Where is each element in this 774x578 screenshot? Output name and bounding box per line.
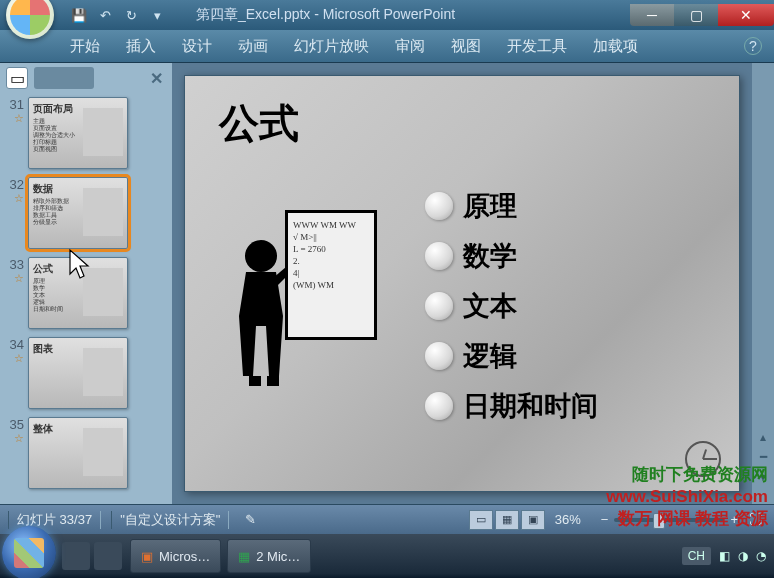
svg-rect-2 [267,376,279,386]
slideshow-view-button[interactable]: ▣ [521,510,545,530]
excel-icon: ▦ [238,549,250,564]
sorter-view-button[interactable]: ▦ [495,510,519,530]
quick-access-toolbar: 💾 ↶ ↻ ▾ [70,6,166,24]
powerpoint-icon: ▣ [141,549,153,564]
slide-thumbnail[interactable]: 整体 [28,417,128,489]
thumb-number: 35☆ [4,417,28,489]
zoom-in-button[interactable]: + [730,512,738,527]
next-slide-icon[interactable]: ▾ [760,470,766,484]
prev-slide-icon[interactable]: ▴ [760,430,766,444]
tab-slideshow[interactable]: 幻灯片放映 [294,37,369,56]
bullet-text: 逻辑 [463,338,517,374]
fit-to-window-button[interactable]: ⛶ [744,510,766,530]
taskbar: ▣ Micros… ▦ 2 Mic… CH ◧ ◑ ◔ [0,534,774,578]
undo-icon[interactable]: ↶ [96,6,114,24]
slides-tab[interactable] [34,67,94,89]
thumb-number: 32☆ [4,177,28,249]
taskbar-item-excel[interactable]: ▦ 2 Mic… [227,539,311,573]
tab-design[interactable]: 设计 [182,37,212,56]
slide-canvas[interactable]: 公式 WWW WM WW√ M>||L = 27602.4|(WM) WM 原理… [184,75,740,492]
close-button[interactable]: ✕ [718,4,774,26]
thumb-number: 33☆ [4,257,28,329]
bullet-orb-icon [425,342,453,370]
layout-name: "自定义设计方案" [111,511,229,529]
quicklaunch-icon[interactable] [62,542,90,570]
status-bar: 幻灯片 33/37 "自定义设计方案" ✎ ▭ ▦ ▣ 36% − + ⛶ [0,504,774,534]
zoom-out-button[interactable]: − [601,512,609,527]
panel-close-icon[interactable]: ✕ [146,68,166,88]
window-title: 第四章_Excel.pptx - Microsoft PowerPoint [196,6,455,24]
thumb-number: 31☆ [4,97,28,169]
qat-dropdown-icon[interactable]: ▾ [148,6,166,24]
tray-icon[interactable]: ◑ [738,549,748,563]
minimize-button[interactable]: ─ [630,4,674,26]
outline-tab-icon[interactable]: ▭ [6,67,28,89]
bullet-orb-icon [425,292,453,320]
tray-icon[interactable]: ◔ [756,549,766,563]
bullet-orb-icon [425,192,453,220]
tab-view[interactable]: 视图 [451,37,481,56]
bullet-text: 日期和时间 [463,388,598,424]
slide-title: 公式 [219,96,299,151]
ribbon-tabs: 开始 插入 设计 动画 幻灯片放映 审阅 视图 开发工具 加载项 ? [0,30,774,62]
slide-thumbnail-panel: ▭ ✕ 31☆ 页面布局主题页面设置调整为合适大小打印标题页面视图 32☆ 数据… [0,63,172,504]
slide-thumbnail[interactable]: 页面布局主题页面设置调整为合适大小打印标题页面视图 [28,97,128,169]
help-icon[interactable]: ? [744,37,762,55]
redo-icon[interactable]: ↻ [122,6,140,24]
save-icon[interactable]: 💾 [70,6,88,24]
bullet-text: 原理 [463,188,517,224]
slide-nav-buttons: ▴ ━ ▾ [752,63,774,504]
slide-thumbnail[interactable]: 公式原理数学文本逻辑日期和时间 [28,257,128,329]
tab-animation[interactable]: 动画 [238,37,268,56]
svg-point-0 [245,240,277,272]
svg-rect-1 [249,376,261,386]
spellcheck-icon[interactable]: ✎ [239,510,261,530]
bullet-orb-icon [425,392,453,420]
start-button[interactable] [2,526,56,578]
thumb-number: 34☆ [4,337,28,409]
maximize-button[interactable]: ▢ [674,4,718,26]
zoom-slider[interactable] [614,518,724,522]
slide-thumbnail[interactable]: 数据精取外部数据排序和筛选数据工具分级显示 [28,177,128,249]
tray-icon[interactable]: ◧ [719,549,730,563]
quicklaunch-icon[interactable] [94,542,122,570]
bullet-orb-icon [425,242,453,270]
nav-menu-icon[interactable]: ━ [760,450,767,464]
tab-insert[interactable]: 插入 [126,37,156,56]
normal-view-button[interactable]: ▭ [469,510,493,530]
clock-icon [685,441,721,477]
tab-review[interactable]: 审阅 [395,37,425,56]
language-indicator[interactable]: CH [682,547,711,565]
whiteboard-illustration: WWW WM WW√ M>||L = 27602.4|(WM) WM [285,210,377,340]
zoom-level[interactable]: 36% [555,512,595,527]
slide-thumbnail[interactable]: 图表 [28,337,128,409]
bullet-text: 文本 [463,288,517,324]
tab-addins[interactable]: 加载项 [593,37,638,56]
taskbar-item-powerpoint[interactable]: ▣ Micros… [130,539,221,573]
tab-developer[interactable]: 开发工具 [507,37,567,56]
bullet-text: 数学 [463,238,517,274]
tab-home[interactable]: 开始 [70,37,100,56]
bullet-list: 原理数学文本逻辑日期和时间 [425,188,598,438]
